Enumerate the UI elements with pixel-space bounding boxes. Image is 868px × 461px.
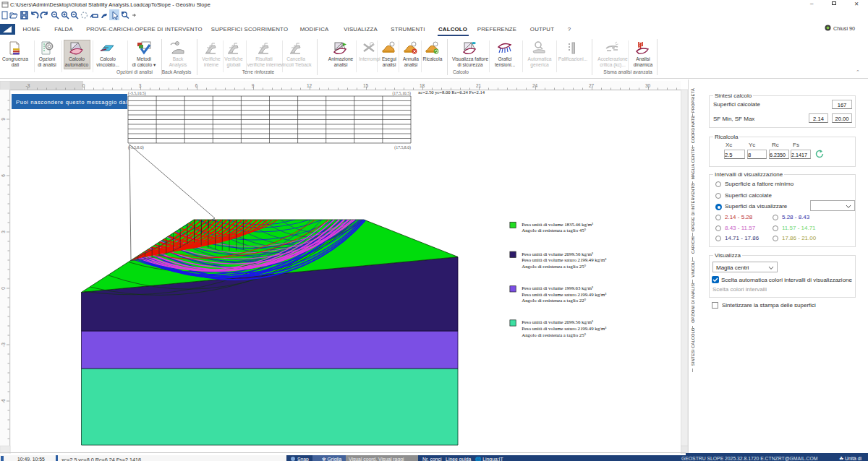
svg-text:3: 3	[139, 83, 142, 88]
svg-text:21: 21	[476, 83, 482, 88]
svg-text:24: 24	[532, 83, 538, 88]
svg-text:(17.5,10.5): (17.5,10.5)	[392, 91, 411, 96]
svg-text:(-3.5,8.0): (-3.5,8.0)	[128, 145, 144, 150]
svg-text:-6: -6	[1, 399, 6, 403]
svg-text:27: 27	[589, 83, 595, 88]
svg-text:Peso unità di volume 2099.56 k: Peso unità di volume 2099.56 kg/m³	[522, 251, 593, 257]
svg-text:-3: -3	[1, 342, 6, 347]
svg-text:Peso unità di volume 1835.46 k: Peso unità di volume 1835.46 kg/m³	[522, 222, 593, 227]
svg-text:(-3.5,10.5): (-3.5,10.5)	[128, 91, 146, 96]
svg-text:Puoi nascondere questo messagg: Puoi nascondere questo messaggio dal m..…	[16, 99, 140, 105]
svg-text:Peso unità di volume saturo 21: Peso unità di volume saturo 2199.49 kg/m…	[522, 326, 606, 331]
svg-text:0: 0	[1, 287, 6, 290]
svg-text:12: 12	[307, 83, 312, 88]
svg-text:30: 30	[645, 83, 651, 88]
svg-text:Peso unità di volume 1999.63 k: Peso unità di volume 1999.63 kg/m³	[522, 285, 593, 290]
svg-text:3: 3	[1, 231, 6, 233]
svg-text:6: 6	[195, 83, 198, 88]
svg-text:18: 18	[420, 83, 425, 88]
svg-text:9: 9	[1, 118, 6, 121]
svg-text:Peso unità di volume saturo 21: Peso unità di volume saturo 2199.49 kg/m…	[522, 257, 606, 262]
svg-text:6: 6	[1, 174, 6, 177]
svg-text:-3: -3	[26, 83, 30, 88]
svg-text:0: 0	[82, 83, 85, 88]
svg-text:Angolo di resistenza a taglio: Angolo di resistenza a taglio 45°	[522, 228, 586, 233]
svg-text:(17.5,8.0): (17.5,8.0)	[394, 145, 411, 150]
svg-text:9: 9	[252, 83, 255, 88]
svg-text:xc=2.50 yc=8.00 Rc=6.24 Fs=2.1: xc=2.50 yc=8.00 Rc=6.24 Fs=2.14	[418, 90, 485, 95]
svg-text:Angolo di resistenza a taglio: Angolo di resistenza a taglio 25°	[522, 264, 586, 269]
svg-text:Peso unità di volume saturo 21: Peso unità di volume saturo 2199.49 kg/m…	[522, 292, 606, 297]
svg-text:Angolo di resistenza a taglio: Angolo di resistenza a taglio 25°	[522, 332, 586, 337]
svg-text:15: 15	[363, 83, 369, 88]
svg-text:Peso unità di volume 2099.56 k: Peso unità di volume 2099.56 kg/m³	[522, 319, 593, 324]
svg-text:Angolo di resistenza a taglio: Angolo di resistenza a taglio 22°	[522, 298, 586, 303]
